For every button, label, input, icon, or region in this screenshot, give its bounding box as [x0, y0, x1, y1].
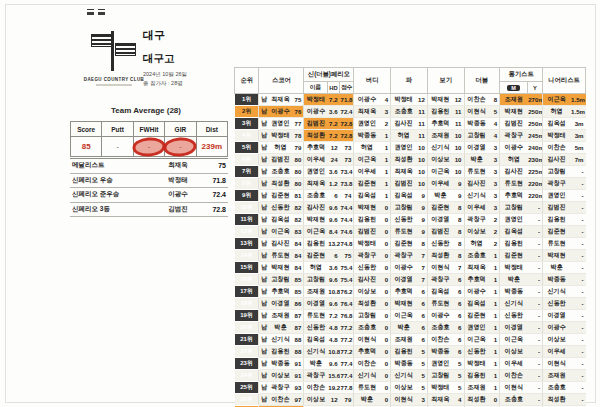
score-name-cell: 김준현 — [269, 190, 291, 202]
perio-score-cell: 74.4 — [340, 202, 354, 214]
leaderboard-body: 1위남최재욱75박정태7.271.8이광수4박정태12박재현12이찬손8조재원2… — [235, 94, 586, 407]
longest-name-cell: 권영인 — [500, 214, 528, 226]
perio-hd-cell: 7.2 — [327, 118, 339, 130]
par-count-cell: 3 — [416, 394, 427, 406]
club-tagline — [96, 84, 132, 86]
birdie-count-cell: 0 — [379, 346, 390, 358]
double-name-cell: 박종동 — [464, 118, 488, 130]
score-value-cell: 76 — [292, 106, 304, 118]
bogey-count-cell: 10 — [453, 166, 464, 178]
rank-cell: 3위 — [235, 118, 259, 130]
score-value-cell: 97 — [292, 394, 304, 406]
birdie-name-cell: 이근욱 — [354, 154, 380, 166]
nearest-dist-cell: - — [570, 274, 585, 286]
par-count-cell: 11 — [416, 130, 427, 142]
gender-cell: 남 — [259, 154, 269, 166]
double-count-cell: 3 — [488, 178, 499, 190]
birdie-count-cell: 0 — [379, 334, 390, 346]
longest-name-cell: 박훈 — [500, 274, 528, 286]
birdie-count-cell: 1 — [379, 142, 390, 154]
perio-hd-cell: 10.8 — [327, 346, 339, 358]
nearest-name-cell: 허엽 — [543, 106, 571, 118]
double-count-cell: 4 — [488, 130, 499, 142]
bogey-count-cell: 11 — [453, 118, 464, 130]
par-name-cell: 이광수 — [391, 262, 417, 274]
score-name-cell: 이찬손 — [269, 394, 291, 406]
table-row: 14위남류도현84김준현675곽창구0곽창구7최성환8조충호1김준현-박재현- — [235, 250, 586, 262]
score-value-cell: 88 — [292, 346, 304, 358]
par-name-cell: 김사진 — [391, 118, 417, 130]
rank-cell: 24위 — [235, 370, 259, 382]
score-value-cell: 77 — [292, 118, 304, 130]
table-row: 18위남이경열86이경열9.676.4최성환0박재현6류도현6김욱섭1신기식-신… — [235, 298, 586, 310]
score-value-cell: 88 — [292, 334, 304, 346]
red-marker-oval-icon — [132, 136, 166, 157]
longest-name-cell: 조재원 — [500, 94, 528, 106]
double-name-cell: 허엽 — [464, 238, 488, 250]
longest-dist-cell: - — [527, 226, 542, 238]
perio-name-cell: 이경열 — [304, 298, 327, 310]
bogey-name-cell: 이상보 — [427, 154, 453, 166]
birdie-name-cell: 추호덕 — [354, 346, 380, 358]
bogey-count-cell: 6 — [453, 346, 464, 358]
gender-cell: 남 — [259, 286, 269, 298]
par-count-cell: 8 — [416, 238, 427, 250]
nearest-dist-cell: - — [570, 310, 585, 322]
birdie-name-cell: 류도현 — [354, 382, 380, 394]
par-name-cell: 추호덕 — [391, 286, 417, 298]
perio-hd-cell: 1.2 — [327, 178, 339, 190]
bogey-name-cell: 김욱섭 — [427, 286, 453, 298]
col-subheader-perio-name: 이름 — [304, 82, 327, 94]
nearest-name-cell: 신기식 — [543, 286, 571, 298]
longest-dist-cell: 220m — [527, 178, 542, 190]
col-header-birdie: 버디 — [354, 68, 391, 94]
score-name-cell: 박종동 — [269, 358, 291, 370]
col-subheader-longest-m: M — [500, 82, 528, 94]
double-name-cell: 이우세 — [464, 202, 488, 214]
birdie-name-cell: 신동한 — [354, 262, 380, 274]
par-name-cell: 이근욱 — [391, 310, 417, 322]
bogey-count-cell: 8 — [453, 226, 464, 238]
birdie-name-cell: 신기식 — [354, 370, 380, 382]
perio-score-cell: 72.8 — [340, 118, 354, 130]
par-count-cell: 9 — [416, 190, 427, 202]
perio-hd-cell: 12 — [327, 394, 339, 406]
nearest-name-cell: 박훈 — [543, 262, 571, 274]
table-row: 5위남허엽79추호덕1273허엽1권영인10신기식10이경열3이광수240m이찬… — [235, 142, 586, 154]
team-stats-table: Score Putt FWHit GIR Dist 85 - - - 239m — [70, 121, 228, 157]
score-name-cell: 김사진 — [269, 238, 291, 250]
double-count-cell: 1 — [488, 250, 499, 262]
bogey-name-cell: 이우세 — [427, 178, 453, 190]
birdie-count-cell: 1 — [379, 190, 390, 202]
gender-cell: 남 — [259, 94, 269, 106]
nearest-name-cell: 이경열 — [543, 310, 571, 322]
longest-name-cell: 김욱섭 — [500, 226, 528, 238]
score-name-cell: 고창림 — [269, 274, 291, 286]
nearest-dist-cell: - — [570, 262, 585, 274]
double-name-cell: 이광수 — [464, 286, 488, 298]
birdie-name-cell: 이광수 — [354, 94, 380, 106]
score-value-cell: 81 — [292, 190, 304, 202]
birdie-count-cell: 0 — [379, 226, 390, 238]
double-count-cell: 1 — [488, 286, 499, 298]
perio-name-cell: 박훈 — [304, 358, 327, 370]
award-value: 72.8 — [200, 206, 228, 213]
perio-name-cell: 김사진 — [304, 202, 327, 214]
col-subheader-perio-hd: HD — [327, 82, 339, 94]
gender-cell: 남 — [259, 394, 269, 406]
score-value-cell: 91 — [292, 370, 304, 382]
score-value-cell: 85 — [292, 286, 304, 298]
score-value-cell: 82 — [292, 202, 304, 214]
birdie-name-cell: 이우세 — [354, 166, 380, 178]
longest-name-cell: 김사진 — [500, 166, 528, 178]
birdie-count-cell: 1 — [379, 154, 390, 166]
gender-cell: 남 — [259, 190, 269, 202]
par-count-cell: 10 — [416, 166, 427, 178]
perio-hd-cell: 15.6 — [327, 370, 339, 382]
longest-dist-cell: 230m — [527, 154, 542, 166]
leaderboard-table: 순위 스코어 신(더블)페리오 버디 파 보기 더블 롱기스트 니어리스트 이름… — [234, 67, 586, 407]
nearest-name-cell: 이찬손 — [543, 142, 571, 154]
par-name-cell: 김범진 — [391, 178, 417, 190]
stats-header-dist: Dist — [196, 122, 227, 137]
birdie-count-cell: 3 — [379, 106, 390, 118]
